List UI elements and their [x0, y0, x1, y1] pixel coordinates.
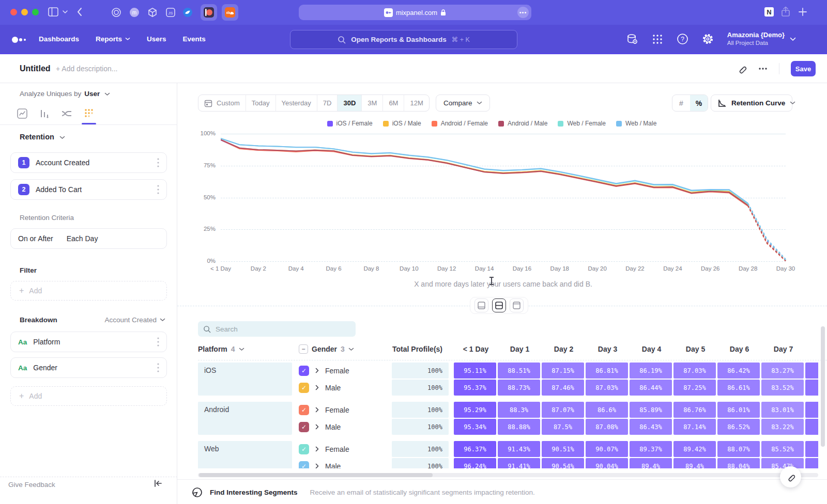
retention-value-cell[interactable]: 88.88% — [498, 419, 540, 435]
criteria-each-day[interactable]: Each Day — [67, 234, 98, 243]
tab-chevron-icon[interactable] — [62, 9, 68, 14]
view-split-button[interactable] — [492, 298, 506, 312]
total-profiles-header[interactable]: Total Profile(s) — [392, 345, 449, 353]
kebab-menu-icon[interactable] — [157, 337, 159, 346]
retention-value-cell[interactable]: 83.52% — [761, 380, 804, 396]
retention-value-cell[interactable]: 83.27% — [761, 363, 804, 379]
settings-gear-icon[interactable] — [702, 33, 714, 45]
retention-value-cell[interactable]: 87.46% — [542, 380, 584, 396]
retention-value-cell[interactable]: 86.42% — [717, 363, 760, 379]
expand-chevron-icon[interactable] — [315, 463, 319, 468]
select-all-checkbox[interactable]: − — [299, 344, 308, 354]
range-7d[interactable]: 7D — [317, 95, 338, 111]
breakdown-event-selector[interactable]: Account Created — [104, 316, 165, 324]
retention-value-cell[interactable]: 85.47% — [761, 458, 804, 468]
legend-item[interactable]: Web / Male — [616, 120, 656, 127]
extension-js-icon[interactable]: JS — [165, 7, 176, 18]
nav-item-dashboards[interactable]: Dashboards — [39, 35, 79, 43]
retention-value-cell[interactable]: 90.04% — [586, 458, 628, 468]
retention-value-cell[interactable]: 87.5% — [542, 419, 584, 435]
retention-value-cell[interactable]: 85.52% — [761, 441, 804, 457]
compare-button[interactable]: Compare — [436, 94, 490, 112]
extension-cube-icon[interactable] — [147, 7, 158, 18]
retention-value-cell[interactable]: 95.37% — [454, 380, 496, 396]
retention-value-cell[interactable]: 86.81% — [586, 363, 628, 379]
range-12m[interactable]: 12M — [404, 95, 428, 111]
kebab-menu-icon[interactable] — [157, 158, 159, 167]
range-today[interactable]: Today — [246, 95, 275, 111]
retention-value-cell[interactable]: 89.4% — [630, 458, 672, 468]
day-column-header[interactable]: Day 3 — [586, 345, 630, 353]
copy-link-icon[interactable] — [737, 64, 747, 74]
gender-cell[interactable]: ✓Male — [299, 380, 392, 396]
retention-value-cell[interactable]: 86.6% — [586, 402, 628, 418]
breakdown-platform[interactable]: Aa Platform — [10, 332, 167, 352]
retention-value-cell[interactable]: 95.34% — [454, 419, 496, 435]
vertical-scrollbar[interactable] — [821, 326, 825, 447]
series-checkbox[interactable]: ✓ — [299, 461, 309, 469]
report-title[interactable]: Untitled — [20, 64, 51, 73]
range-3m[interactable]: 3M — [361, 95, 382, 111]
tab-funnels[interactable] — [38, 107, 51, 120]
retention-line-chart[interactable] — [221, 133, 786, 263]
legend-item[interactable]: Android / Female — [432, 120, 488, 127]
sidebar-toggle-icon[interactable] — [48, 6, 59, 18]
series-checkbox[interactable]: ✓ — [299, 366, 309, 376]
tab-retention[interactable] — [82, 107, 96, 120]
nav-item-reports[interactable]: Reports — [96, 35, 130, 43]
day-column-header[interactable]: Day 7 — [761, 345, 805, 353]
day-column-header[interactable]: Day 1 — [498, 345, 542, 353]
gender-cell[interactable]: ✓Female — [299, 441, 392, 457]
retention-value-cell[interactable]: 86.19% — [630, 363, 672, 379]
retention-value-cell[interactable]: 86.01% — [717, 402, 760, 418]
back-icon[interactable] — [76, 7, 83, 17]
minimize-window-button[interactable] — [21, 9, 28, 15]
retention-value-cell[interactable]: 95.29% — [454, 402, 496, 418]
retention-step-1[interactable]: 1 Account Created — [10, 152, 167, 173]
project-switcher[interactable]: Amazonia {Demo} All Project Data — [727, 31, 796, 47]
criteria-on-or-after[interactable]: On or After — [18, 234, 53, 243]
expand-chevron-icon[interactable] — [315, 368, 319, 373]
day-column-header[interactable]: Day 4 — [630, 345, 673, 353]
breakdown-gender[interactable]: Aa Gender — [10, 357, 167, 378]
retention-value-cell[interactable]: 89.4% — [673, 458, 716, 468]
expand-chevron-icon[interactable] — [315, 424, 319, 430]
series-checkbox[interactable]: ✓ — [299, 405, 309, 415]
gender-cell[interactable]: ✓Male — [299, 458, 392, 468]
retention-value-cell[interactable]: 87.14% — [673, 419, 716, 435]
day-column-header[interactable]: Day 2 — [542, 345, 586, 353]
series-checkbox[interactable]: ✓ — [299, 444, 309, 454]
gender-cell[interactable]: ✓Male — [299, 419, 392, 435]
chart-type-selector[interactable]: Retention Curve — [711, 94, 792, 112]
range-custom[interactable]: Custom — [198, 95, 246, 111]
kebab-menu-icon[interactable] — [157, 185, 159, 194]
retention-value-cell[interactable]: 90.54% — [542, 458, 584, 468]
retention-value-cell[interactable]: 87.25% — [673, 380, 716, 396]
gender-column-header[interactable]: − Gender3 — [299, 344, 392, 354]
retention-value-cell[interactable]: 96.24% — [454, 458, 496, 468]
horizontal-scrollbar-thumb[interactable] — [199, 473, 433, 477]
retention-value-cell[interactable]: 88.3% — [498, 402, 540, 418]
mixpanel-logo[interactable] — [11, 36, 27, 43]
retention-value-cell[interactable]: 96.37% — [454, 441, 496, 457]
retention-value-cell[interactable]: 86.43% — [630, 419, 672, 435]
notion-icon[interactable]: N — [763, 6, 775, 18]
range-yesterday[interactable]: Yesterday — [275, 95, 317, 111]
apps-grid-icon[interactable] — [652, 34, 663, 45]
share-link-floating-button[interactable] — [780, 466, 801, 487]
range-6m[interactable]: 6M — [382, 95, 404, 111]
retention-value-cell[interactable]: 89.37% — [630, 441, 672, 457]
horizontal-scrollbar[interactable] — [198, 473, 818, 477]
report-description[interactable]: + Add description... — [56, 65, 117, 73]
legend-item[interactable]: Web / Female — [558, 120, 605, 127]
format-absolute-button[interactable]: # — [672, 95, 690, 111]
extension-target-icon[interactable] — [111, 7, 121, 18]
nav-item-users[interactable]: Users — [147, 35, 166, 43]
retention-section-header[interactable]: Retention — [20, 133, 65, 141]
expand-chevron-icon[interactable] — [315, 385, 319, 390]
expand-chevron-icon[interactable] — [315, 407, 319, 413]
view-table-only-button[interactable] — [510, 298, 524, 312]
extension-avatar-icon[interactable]: m — [129, 7, 140, 18]
retention-value-cell[interactable]: 85.89% — [630, 402, 672, 418]
legend-item[interactable]: iOS / Male — [383, 120, 421, 127]
